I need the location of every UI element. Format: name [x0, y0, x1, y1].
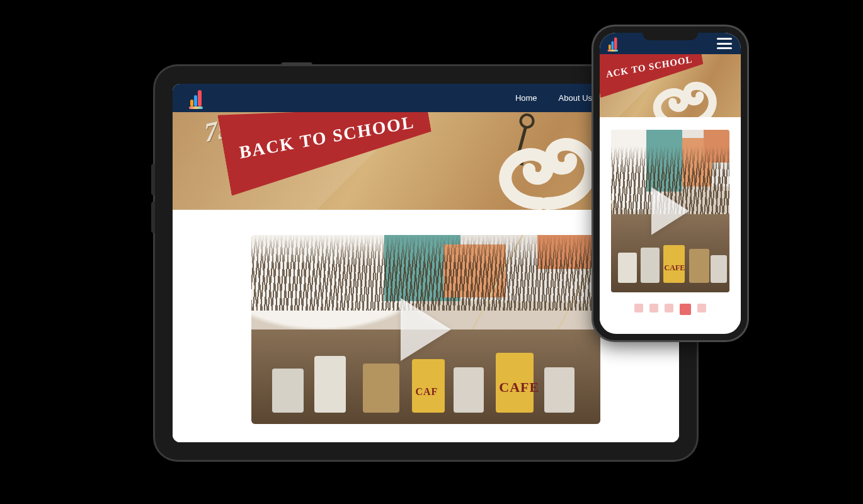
- phone-device: ACK TO SCHOOL CAFE: [593, 26, 747, 340]
- menu-icon[interactable]: [717, 38, 732, 49]
- play-icon[interactable]: [651, 187, 689, 235]
- carousel-dots: [611, 304, 729, 315]
- brand-logo-icon[interactable]: [609, 37, 619, 50]
- nav-link-about[interactable]: About Us: [559, 93, 592, 103]
- play-overlay: [251, 235, 600, 424]
- play-overlay: [611, 130, 729, 292]
- phone-hero-image: ACK TO SCHOOL: [600, 54, 741, 117]
- brand-logo-icon[interactable]: [190, 90, 204, 106]
- video-thumbnail[interactable]: CAFE CAF: [251, 235, 600, 424]
- phone-notch: [643, 29, 698, 40]
- nav-link-home[interactable]: Home: [515, 93, 537, 103]
- carousel-dot-active[interactable]: [680, 304, 691, 315]
- play-icon[interactable]: [401, 298, 451, 361]
- phone-screen: ACK TO SCHOOL CAFE: [600, 33, 741, 334]
- swirl-ornament-icon: [643, 63, 725, 117]
- carousel-dot[interactable]: [634, 304, 643, 312]
- swirl-ornament-icon: [484, 112, 610, 210]
- carousel-dot[interactable]: [649, 304, 658, 312]
- phone-content-area: CAFE: [600, 117, 741, 325]
- tablet-power-button: [281, 62, 312, 66]
- phone-video-thumbnail[interactable]: CAFE: [611, 130, 729, 292]
- carousel-dot[interactable]: [665, 304, 673, 312]
- carousel-dot[interactable]: [697, 304, 706, 312]
